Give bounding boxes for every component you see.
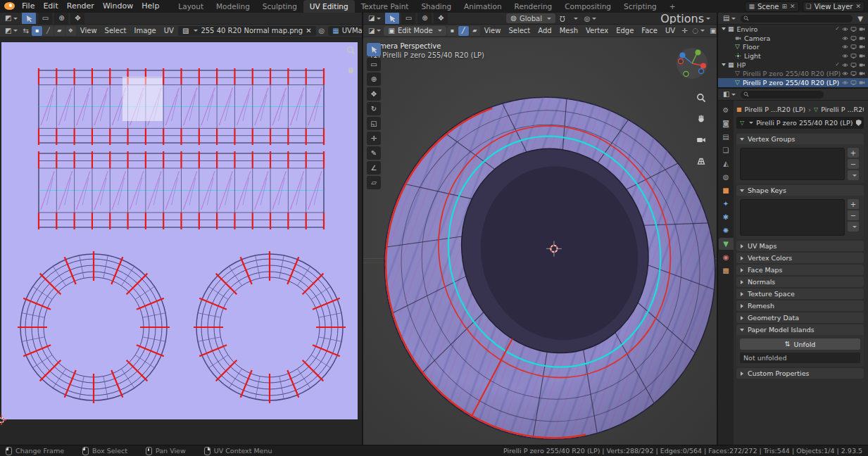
properties-editor-type-icon[interactable]: ◧ — [721, 91, 738, 98]
tab-render[interactable]: ◙ — [719, 118, 734, 129]
exclude-checkbox-icon[interactable]: ✓ — [835, 62, 840, 68]
exclude-checkbox-icon[interactable]: ✓ — [835, 26, 840, 32]
panel-geometry-data[interactable]: Geometry Data — [736, 312, 864, 323]
unlink-image-icon[interactable]: ✕ — [306, 27, 311, 34]
workspace-tab-compositing[interactable]: Compositing — [558, 0, 617, 13]
tool-add-cube[interactable]: ▱ — [367, 176, 381, 189]
uv-menu-uv[interactable]: UV — [161, 27, 177, 34]
scene-selector[interactable]: ▦ Scene ⊞ ✕ — [745, 1, 798, 12]
viewport-zoom-icon[interactable] — [696, 92, 706, 106]
tab-texture[interactable]: ▩ — [719, 265, 734, 277]
vp-menu-mesh[interactable]: Mesh — [556, 27, 581, 34]
pin-image-icon[interactable]: ◎ — [317, 27, 327, 34]
vp-menu-view[interactable]: View — [481, 27, 505, 34]
tool-cursor[interactable]: ⊕ — [367, 72, 381, 86]
outliner-row-camera[interactable]: Camera — [718, 34, 868, 43]
tool-tweak[interactable] — [367, 43, 381, 56]
options-dropdown[interactable]: Options — [657, 13, 714, 25]
overlays-toggle-icon[interactable]: ◌ — [691, 27, 707, 34]
panel-shape-keys[interactable]: Shape Keys — [736, 185, 864, 196]
gizmos-toggle-icon[interactable]: ✛ — [679, 27, 689, 34]
tool-select-box[interactable]: ▭ — [367, 58, 381, 71]
vp-menu-vertex[interactable]: Vertex — [582, 27, 612, 34]
outliner-row-light[interactable]: Light — [718, 51, 868, 61]
viewport-perspective-icon[interactable] — [696, 156, 706, 169]
add-workspace-button[interactable]: + — [663, 0, 682, 13]
uv-canvas[interactable] — [0, 37, 362, 445]
add-vertex-group-button[interactable]: + — [848, 148, 859, 158]
menu-edit[interactable]: Edit — [39, 0, 62, 13]
tab-view-layer[interactable]: ❏ — [719, 144, 734, 156]
viewport-editor-type-button[interactable]: ◪ — [366, 15, 383, 22]
workspace-tab-scripting[interactable]: Scripting — [617, 0, 663, 13]
uv-select-box-tool-button[interactable]: ▭ — [38, 13, 52, 25]
disable-viewport-icon[interactable] — [850, 26, 857, 32]
uv-menu-image[interactable]: Image — [130, 27, 159, 34]
uv-editor-type-button[interactable]: ◩ — [3, 15, 20, 22]
viewport-cursor-tool-button[interactable]: ⊕ — [417, 13, 432, 25]
workspace-tab-rendering[interactable]: Rendering — [508, 0, 559, 13]
panel-vertex-groups[interactable]: Vertex Groups — [736, 134, 864, 144]
uv-move-tool-button[interactable]: ✥ — [70, 13, 84, 25]
tool-rotate[interactable]: ↻ — [367, 102, 381, 115]
disable-render-icon[interactable] — [859, 35, 865, 42]
workspace-tab-layout[interactable]: Layout — [172, 0, 210, 13]
shape-keys-list[interactable] — [740, 199, 845, 236]
panel-paper-model-islands[interactable]: Paper Model Islands — [736, 324, 864, 335]
vp-menu-select[interactable]: Select — [505, 27, 534, 34]
uv-select-vertex-button[interactable]: ▪ — [32, 26, 42, 36]
workspace-tab-sculpting[interactable]: Sculpting — [256, 0, 303, 13]
workspace-tab-shading[interactable]: Shading — [415, 0, 458, 13]
hide-eye-icon[interactable] — [842, 53, 848, 59]
tab-modifiers[interactable]: ✦ — [719, 198, 734, 210]
tool-transform[interactable]: ✛ — [367, 132, 381, 145]
tab-output[interactable]: ▤ — [719, 131, 734, 143]
shape-key-specials-button[interactable] — [848, 222, 859, 232]
hide-eye-icon[interactable] — [842, 26, 848, 32]
tool-annotate[interactable]: ✎ — [367, 146, 381, 160]
outliner-filter-icon[interactable]: ▼ — [855, 15, 865, 23]
uv-editor-type-icon[interactable]: ◩ — [3, 27, 20, 34]
viewport-editor-type-icon[interactable]: ◪ — [366, 27, 383, 34]
uv-menu-view[interactable]: View — [77, 27, 101, 34]
outliner-row-enviro[interactable]: ▦ Enviro ✓ — [718, 25, 868, 34]
disable-viewport-icon[interactable] — [850, 44, 857, 50]
proportional-edit-icon[interactable]: ◎ — [582, 15, 599, 23]
viewport-move-tool-button[interactable]: ✥ — [434, 13, 448, 25]
select-mode-face-button[interactable]: ▰ — [470, 26, 480, 36]
vertex-group-specials-button[interactable] — [848, 170, 859, 180]
disable-render-icon[interactable] — [859, 80, 865, 86]
menu-help[interactable]: Help — [137, 0, 163, 13]
select-mode-vertex-button[interactable]: ▪ — [447, 26, 458, 36]
hide-eye-icon[interactable] — [842, 44, 848, 50]
disable-render-icon[interactable] — [859, 70, 865, 77]
remove-shape-key-button[interactable]: − — [848, 210, 859, 220]
tool-move[interactable]: ✥ — [367, 87, 381, 101]
menu-render[interactable]: Render — [63, 0, 99, 13]
hide-eye-icon[interactable] — [842, 62, 848, 68]
vp-menu-edge[interactable]: Edge — [612, 27, 637, 34]
view-layer-selector[interactable]: ❏ View Layer ✕ — [803, 1, 864, 12]
disable-viewport-icon[interactable] — [850, 80, 857, 86]
uv-pan-hand-icon[interactable] — [346, 65, 356, 78]
viewport-select-box-tool-button[interactable]: ▭ — [401, 13, 415, 25]
tab-particles[interactable]: ✱ — [719, 211, 734, 223]
tab-physics[interactable]: ✺ — [719, 224, 734, 236]
panel-vertex-colors[interactable]: Vertex Colors — [736, 253, 864, 263]
breadcrumb-object[interactable]: Pirelli P ...R20 (LP) — [745, 106, 806, 113]
panel-face-maps[interactable]: Face Maps — [736, 265, 864, 275]
remove-vertex-group-button[interactable]: − — [848, 159, 859, 169]
tab-object[interactable]: ■ — [719, 184, 734, 196]
vp-menu-add[interactable]: Add — [534, 27, 555, 34]
unlink-scene-icon[interactable]: ✕ — [790, 4, 795, 10]
uv-zoom-icon[interactable] — [346, 44, 356, 58]
outliner-search-input[interactable] — [741, 15, 853, 23]
hide-eye-icon[interactable] — [842, 80, 848, 86]
blender-logo-icon[interactable] — [4, 2, 15, 10]
snap-settings-icon[interactable] — [570, 18, 580, 20]
disable-viewport-icon[interactable] — [850, 35, 857, 42]
panel-uv-maps[interactable]: UV Maps — [736, 241, 864, 251]
viewport-canvas[interactable]: Camera Perspective (1) Pirelli P zero 25… — [363, 37, 717, 445]
disable-viewport-icon[interactable] — [850, 62, 857, 68]
tool-measure[interactable]: ∠ — [367, 161, 381, 175]
